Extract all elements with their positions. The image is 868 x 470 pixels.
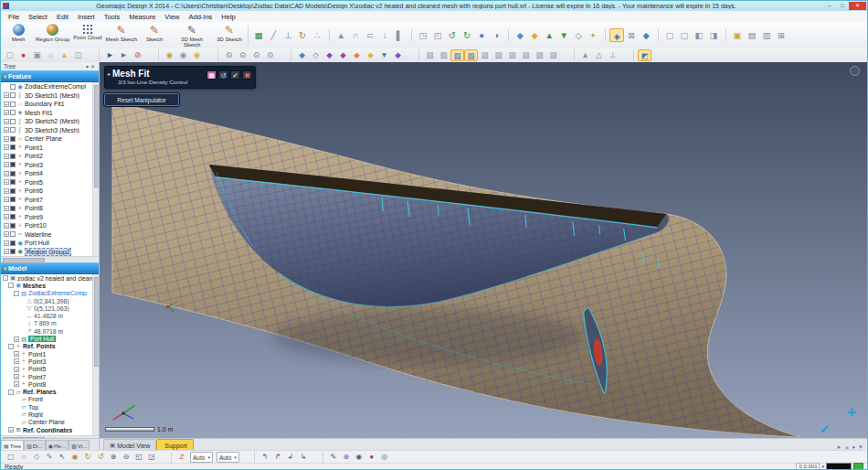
expand-icon[interactable]: + [4,162,9,167]
3d-scene[interactable] [100,62,867,438]
tree-item[interactable]: + ◉ Region Group2 [1,248,99,257]
toolbar-icon[interactable]: ● [474,28,489,42]
toolbar-icon[interactable]: Z [175,452,188,463]
expand-icon[interactable]: + [14,358,19,364]
menu-item[interactable]: Insert [73,13,100,21]
visibility-checkbox[interactable] [10,154,16,159]
toolbar-icon[interactable]: ◉ [69,452,81,463]
toolbar-icon[interactable]: ▢ [677,28,692,42]
toolbar-icon[interactable]: ✎ [327,452,340,463]
expand-icon[interactable]: + [4,110,9,115]
toolbar-icon[interactable]: ◳ [416,28,430,42]
dialog-collapse-icon[interactable]: ▸ [108,70,111,77]
visibility-checkbox[interactable] [10,136,16,142]
toolbar-icon[interactable]: ▢ [5,452,17,463]
model-tree-item[interactable]: + ⊞ Ref. Coordinates [1,426,99,433]
toolbar-icon[interactable]: ◰ [430,28,445,42]
visibility-checkbox[interactable] [10,206,16,211]
window-button[interactable]: ✕ [849,2,866,10]
expand-icon[interactable]: - [8,283,14,288]
model-header[interactable]: ▾ Model [1,262,99,274]
expand-icon[interactable]: + [14,351,19,357]
toolbar-icon[interactable] [405,49,419,61]
toolbar-icon[interactable]: ↰ [259,452,271,463]
toolbar-icon[interactable] [324,29,330,41]
menu-item[interactable]: Help [217,13,239,21]
dialog-button[interactable]: ▦ [206,70,217,80]
expand-icon[interactable]: + [4,136,9,142]
toolbar-icon[interactable] [144,49,159,61]
tree-item[interactable]: ◉ ZodiacExtremeCompl [1,82,99,91]
tree-item[interactable]: + + Point1 [1,144,99,153]
visibility-checkbox[interactable] [10,171,16,176]
toolbar-icon[interactable]: ∩ [348,28,363,42]
toolbar-icon[interactable]: ▌ [392,28,407,42]
toolbar-icon[interactable]: ⊞ [774,28,789,42]
expand-icon[interactable]: - [3,275,8,281]
tree-item[interactable]: + + Point7 [1,196,99,205]
tree-item[interactable]: + + Point2 [1,152,99,161]
toolbar-icon[interactable]: ▢ [3,49,16,61]
menu-item[interactable]: Tools [100,13,125,21]
toolbar-icon[interactable]: ◉ [190,49,204,61]
tool-button[interactable]: Mesh Sketch [103,23,139,42]
toolbar-icon[interactable]: ◆ [323,49,336,61]
toolbar-icon[interactable]: ⊂ [363,28,377,42]
menu-item[interactable]: Select [24,13,52,21]
expand-icon[interactable]: - [14,291,19,296]
toolbar-icon[interactable]: ▧ [450,49,464,61]
toolbar-icon[interactable]: ◆ [513,28,527,42]
model-tree-scrollbar[interactable] [92,274,99,435]
toolbar-icon[interactable] [503,29,509,41]
toolbar-icon[interactable]: ↻ [295,28,310,42]
dialog-button[interactable]: ↺ [218,70,228,80]
toolbar-icon[interactable]: ⊙ [236,49,249,61]
model-tree-item[interactable]: - ▧ ZodiacExtremeComp [1,290,99,297]
toolbar-icon[interactable]: ● [16,49,30,61]
expand-icon[interactable]: + [4,231,9,237]
toolbar-icon[interactable]: ◇ [30,452,43,463]
window-button[interactable]: □ [836,2,849,10]
tool-button[interactable]: Region Group [34,23,71,42]
toolbar-icon[interactable]: ▣ [730,28,745,42]
toolbar-icon[interactable]: ▨ [533,49,546,61]
expand-icon[interactable]: + [4,179,9,185]
toolbar-icon[interactable]: ◲ [145,452,158,463]
menu-item[interactable]: Add-Ins [184,13,217,21]
visibility-checkbox[interactable] [10,92,16,98]
expand-icon[interactable]: + [4,206,9,211]
expand-icon[interactable]: + [14,336,19,342]
toolbar-icon[interactable]: ▲ [542,28,556,42]
toolbar-icon[interactable]: ⊥ [606,49,619,61]
expand-icon[interactable]: + [4,101,9,107]
toolbar-icon[interactable]: ↲ [284,452,297,463]
expand-icon[interactable]: + [4,171,9,176]
toolbar-icon[interactable]: ○ [17,452,30,463]
tree-item[interactable]: + ≈ Waterline [1,230,99,240]
visibility-checkbox[interactable] [10,110,16,115]
title-bar[interactable]: Geomagic Design X 2014 - C:\Users\Christ… [1,1,867,11]
toolbar-icon[interactable]: ▧ [464,49,478,61]
toolbar-icon[interactable]: ▨ [505,49,519,61]
toolbar-icon[interactable]: ◆ [336,49,350,61]
toolbar-icon[interactable]: ▼ [556,28,571,42]
toolbar-icon[interactable]: ◱ [132,452,145,463]
model-tree-item[interactable]: + + Point1 [1,350,99,358]
visibility-checkbox[interactable] [10,249,16,254]
toolbar-icon[interactable]: ◆ [391,49,405,61]
menu-item[interactable]: Measure [124,13,160,21]
toolbar-icon[interactable]: ▣ [30,49,44,61]
model-tree-item[interactable]: - ▣ zodiac v2 healed and cleane [1,274,99,282]
tree-item[interactable]: + ◈ Mesh Fit1 [1,109,99,118]
visibility-checkbox[interactable] [10,223,16,229]
toolbar-icon[interactable] [407,29,412,41]
tree-item[interactable]: + ∩ Boundary Fit1 [1,100,99,109]
toolbar-icon[interactable]: ↻ [81,452,94,463]
toolbar-icon[interactable] [560,49,575,61]
toolbar-icon[interactable] [619,49,634,61]
expand-icon[interactable]: + [14,374,19,379]
expand-icon[interactable]: - [8,344,14,349]
toolbar-icon[interactable]: ▨ [546,49,560,61]
visibility-checkbox[interactable] [10,179,16,185]
model-tree-item[interactable]: + ▧ Port Hull [1,335,99,342]
